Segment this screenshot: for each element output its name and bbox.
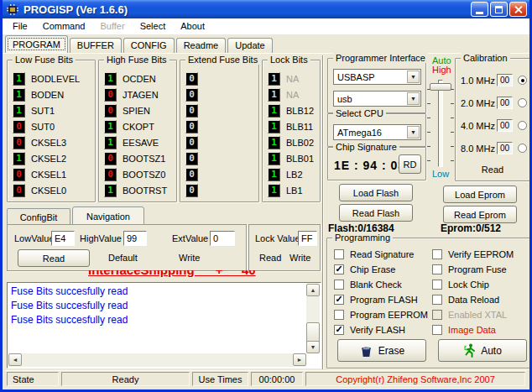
menu-item[interactable]: File <box>5 19 35 34</box>
fuse-bit-row[interactable]: 1 CKSEL2 <box>13 150 95 166</box>
programming-option[interactable]: Program EEPROM <box>334 307 432 322</box>
fuse-bit-led[interactable]: 1 <box>13 104 25 118</box>
extvalue-field[interactable]: 0 <box>210 231 235 246</box>
fuse-bit-row[interactable]: 0 BOOTSZ0 <box>104 166 176 182</box>
scroll-up-icon[interactable]: ▲ <box>306 284 320 296</box>
programming-option[interactable]: Data Reload <box>432 292 530 307</box>
fuse-read-button[interactable]: Read <box>18 249 90 267</box>
checkbox[interactable] <box>334 264 344 274</box>
auto-button[interactable]: Auto <box>438 339 527 362</box>
fuse-bit-led[interactable]: 1 <box>13 72 25 86</box>
programming-option[interactable]: Verify FLASH <box>334 322 432 337</box>
read-flash-button[interactable]: Read Flash <box>339 204 413 222</box>
checkbox[interactable] <box>432 249 442 259</box>
fuse-write-button[interactable]: Write <box>179 253 200 263</box>
lockvalue-field[interactable]: FF <box>298 231 317 246</box>
fuse-bit-row[interactable]: 0 <box>185 102 258 118</box>
fuse-bit-row[interactable]: 1 CKOPT <box>104 118 176 134</box>
fuse-bit-led[interactable]: 0 <box>185 152 198 165</box>
lowvalue-field[interactable]: E4 <box>51 231 75 246</box>
calibration-radio[interactable] <box>518 98 527 107</box>
minimize-button[interactable] <box>471 2 488 17</box>
tab[interactable]: CONFIG <box>123 38 175 53</box>
fuse-bit-led[interactable]: 0 <box>104 152 117 165</box>
fuse-bit-led[interactable]: 0 <box>185 184 198 197</box>
calibration-value-field[interactable]: 00 <box>497 119 513 132</box>
programming-option[interactable]: Enabled XTAL <box>432 307 530 322</box>
fuse-bit-row[interactable]: 1 BOOTRST <box>104 182 176 198</box>
fuse-bit-row[interactable]: 1 BODEN <box>13 86 95 102</box>
lock-bit-led[interactable]: 1 <box>268 72 280 86</box>
calibration-radio[interactable] <box>518 121 527 130</box>
tab-navigation[interactable]: Navigation <box>72 206 144 225</box>
fuse-bit-led[interactable]: 0 <box>185 168 198 181</box>
checkbox[interactable] <box>432 280 442 290</box>
fuse-bit-row[interactable]: 0 CKSEL0 <box>13 182 95 198</box>
checkbox[interactable] <box>432 295 442 305</box>
lock-bit-row[interactable]: 1 NA <box>268 71 320 86</box>
fuse-bit-led[interactable]: 0 <box>185 88 198 102</box>
menu-item[interactable]: Command <box>35 19 93 34</box>
fuse-bit-row[interactable]: 1 OCDEN <box>104 71 176 86</box>
fuse-bit-led[interactable]: 0 <box>104 104 117 118</box>
slider-track[interactable] <box>438 80 443 167</box>
fuse-bit-led[interactable]: 1 <box>13 88 25 102</box>
tab[interactable]: Readme <box>176 38 227 53</box>
cpu-select[interactable]: ATmega16 ▼ <box>333 124 421 140</box>
fuse-bit-row[interactable]: 0 <box>185 134 258 150</box>
lock-bit-led[interactable]: 1 <box>268 120 280 133</box>
slider-thumb[interactable] <box>430 83 451 91</box>
fuse-bit-led[interactable]: 0 <box>13 120 25 133</box>
menu-item[interactable]: About <box>173 19 212 34</box>
calibration-value-field[interactable]: 00 <box>497 74 513 86</box>
fuse-bit-row[interactable]: 1 EESAVE <box>104 134 176 150</box>
checkbox[interactable] <box>334 295 344 305</box>
fuse-bit-led[interactable]: 1 <box>104 136 117 149</box>
lock-bit-row[interactable]: 1 BLB02 <box>268 134 320 150</box>
fuse-bit-led[interactable]: 0 <box>185 136 198 149</box>
horizontal-scrollbar[interactable]: ◄ ► <box>8 353 306 367</box>
fuse-bit-led[interactable]: 0 <box>185 72 198 86</box>
tab[interactable]: BUFFER <box>70 38 122 53</box>
vertical-scrollbar[interactable]: ▲ ▼ <box>306 284 320 353</box>
fuse-bit-row[interactable]: 0 <box>185 166 258 182</box>
lock-bit-row[interactable]: 1 BLB01 <box>268 150 320 166</box>
fuse-bit-led[interactable]: 1 <box>13 152 25 165</box>
fuse-bit-row[interactable]: 0 <box>185 86 258 102</box>
fuse-bit-row[interactable]: 0 SUT0 <box>13 118 95 134</box>
lock-bit-row[interactable]: 1 LB2 <box>268 166 320 182</box>
fuse-bit-led[interactable]: 0 <box>104 88 117 102</box>
checkbox[interactable] <box>334 310 344 320</box>
maximize-button[interactable] <box>490 2 508 17</box>
fuse-bit-led[interactable]: 0 <box>13 168 25 181</box>
chevron-down-icon[interactable]: ▼ <box>407 71 420 83</box>
lock-read-button[interactable]: Read <box>259 253 281 263</box>
fuse-bit-led[interactable]: 0 <box>185 104 198 118</box>
fuse-bit-row[interactable]: 0 <box>185 150 258 166</box>
highvalue-field[interactable]: 99 <box>123 231 147 246</box>
read-signature-button[interactable]: RD <box>399 154 421 174</box>
programming-option[interactable]: Blank Check <box>334 277 432 292</box>
fuse-bit-row[interactable]: 0 BOOTSZ1 <box>104 150 176 166</box>
calibration-value-field[interactable]: 00 <box>497 97 513 109</box>
lock-bit-led[interactable]: 1 <box>268 88 280 102</box>
scroll-down-icon[interactable]: ▼ <box>306 341 320 353</box>
fuse-bit-led[interactable]: 0 <box>185 120 198 133</box>
fuse-bit-led[interactable]: 1 <box>104 72 117 86</box>
erase-button[interactable]: Erase <box>337 339 426 362</box>
load-flash-button[interactable]: Load Flash <box>339 184 413 201</box>
fuse-bit-row[interactable]: 0 JTAGEN <box>104 86 176 102</box>
menu-item[interactable]: Buffer <box>92 19 132 34</box>
lock-write-button[interactable]: Write <box>289 253 310 263</box>
port-select[interactable]: usb ▼ <box>333 91 421 107</box>
close-button[interactable] <box>509 2 527 17</box>
fuse-bit-led[interactable]: 0 <box>13 136 25 149</box>
programming-option[interactable]: Read Signature <box>334 247 432 262</box>
fuse-bit-row[interactable]: 1 SUT1 <box>13 102 95 118</box>
checkbox[interactable] <box>432 325 442 335</box>
chevron-down-icon[interactable]: ▼ <box>407 126 420 139</box>
fuse-bit-row[interactable]: 1 BODLEVEL <box>13 71 95 86</box>
calibration-read-button[interactable]: Read <box>456 165 529 175</box>
chevron-down-icon[interactable]: ▼ <box>407 92 420 105</box>
fuse-bit-led[interactable]: 0 <box>104 168 117 181</box>
